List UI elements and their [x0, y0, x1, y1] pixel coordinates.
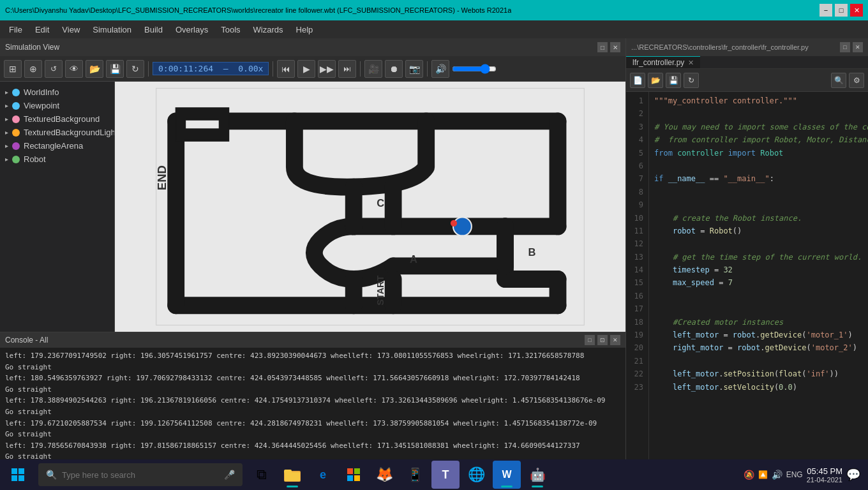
console-close-button[interactable]: ✕: [610, 335, 620, 345]
open-button[interactable]: 📂: [86, 60, 103, 78]
reload-button[interactable]: ↻: [684, 73, 699, 88]
code-line: [654, 355, 863, 368]
refresh-button[interactable]: ↻: [126, 60, 144, 78]
rewind-button[interactable]: ⏮: [277, 60, 295, 78]
menu-overlays[interactable]: Overlays: [169, 24, 214, 36]
tree-item-arena[interactable]: ▸ RectangleArena: [0, 139, 114, 152]
dot-arena: [12, 142, 20, 150]
code-content[interactable]: """my_controller controller.""" # You ma…: [649, 92, 868, 459]
search-bar[interactable]: 🔍 🎤: [38, 463, 243, 486]
tree-item-texturedbglight[interactable]: ▸ TexturedBackgroundLight: [0, 126, 114, 139]
find-button[interactable]: 🔍: [831, 73, 846, 88]
browser-button[interactable]: 🌐: [462, 461, 490, 489]
settings-button[interactable]: ⚙: [849, 73, 864, 88]
add-node-button[interactable]: ⊕: [24, 60, 42, 78]
editor-tab[interactable]: lfr_controller.py ✕: [626, 56, 700, 68]
code-line: #Created motor instances: [654, 316, 863, 329]
volume-button[interactable]: 🔊: [431, 60, 449, 78]
store-button[interactable]: [340, 461, 368, 489]
code-area: 1234567891011121314151617181920212223 ""…: [626, 92, 868, 459]
dot-texturedbg: [12, 115, 20, 123]
sim-restore-button[interactable]: □: [597, 42, 608, 52]
webots-button[interactable]: 🤖: [523, 461, 551, 489]
stop-record-button[interactable]: ⏺: [385, 60, 403, 78]
clock[interactable]: 05:45 PM 21-04-2021: [807, 466, 842, 484]
clock-time: 05:45 PM: [807, 466, 842, 476]
task-view-button[interactable]: ⧉: [248, 461, 276, 489]
console-line: left: 180.5496359763927 right: 197.70692…: [5, 373, 620, 384]
menu-view[interactable]: View: [56, 24, 86, 36]
screenshot-button[interactable]: 📷: [405, 60, 423, 78]
sim-close-button[interactable]: ✕: [610, 42, 620, 52]
play-button[interactable]: ▶: [297, 60, 315, 78]
line-number: 6: [631, 160, 643, 172]
separator-1: [148, 61, 149, 77]
new-world-button[interactable]: ⊞: [4, 60, 22, 78]
menu-file[interactable]: File: [3, 24, 29, 36]
show-button[interactable]: 👁: [65, 60, 83, 78]
code-line: [654, 198, 863, 211]
play-fast-button[interactable]: ▶▶: [318, 60, 336, 78]
tree-item-texturedbg[interactable]: ▸ TexturedBackground: [0, 112, 114, 126]
console-line: Go straight: [5, 429, 620, 440]
phone-button[interactable]: 📱: [401, 461, 429, 489]
robot-marker: [453, 218, 472, 236]
tab-close-icon[interactable]: ✕: [688, 59, 694, 67]
svg-rect-31: [285, 472, 300, 481]
new-file-button[interactable]: 📄: [630, 73, 645, 88]
separator-4: [427, 61, 428, 77]
forward-button[interactable]: ⏭: [338, 60, 356, 78]
editor-restore-button[interactable]: □: [840, 42, 850, 52]
editor-close-button[interactable]: ✕: [853, 42, 863, 52]
line-number: 5: [631, 147, 643, 160]
menu-tools[interactable]: Tools: [214, 24, 246, 36]
record-button[interactable]: 🎥: [364, 60, 382, 78]
console-popout-button[interactable]: ⊡: [597, 335, 608, 345]
console-restore-button[interactable]: □: [585, 335, 595, 345]
mic-icon[interactable]: 🎤: [224, 470, 235, 480]
console-line: left: 179.78565670843938 right: 197.8158…: [5, 440, 620, 452]
open-file-button[interactable]: 📂: [648, 73, 663, 88]
volume-slider[interactable]: [452, 64, 497, 74]
minimize-button[interactable]: −: [819, 4, 832, 17]
maximize-button[interactable]: □: [835, 4, 848, 17]
save-button[interactable]: 💾: [106, 60, 124, 78]
menu-simulation[interactable]: Simulation: [86, 24, 138, 36]
menu-help[interactable]: Help: [290, 24, 320, 36]
code-line: [654, 186, 863, 198]
notifications-button[interactable]: 💬: [846, 468, 860, 482]
line-number: 18: [631, 316, 643, 329]
tree-item-viewpoint[interactable]: ▸ Viewpoint: [0, 99, 114, 112]
tab-filename: lfr_controller.py: [632, 58, 684, 67]
menu-edit[interactable]: Edit: [29, 24, 56, 36]
console-panel: Console - All □ ⊡ ✕ left: 179.2367709174…: [0, 332, 625, 459]
code-line: """my_controller controller.""": [654, 94, 863, 107]
lang-indicator[interactable]: ENG: [786, 470, 803, 479]
edge-button[interactable]: e: [309, 461, 337, 489]
menu-build[interactable]: Build: [138, 24, 169, 36]
tree-item-worldinfo[interactable]: ▸ WorldInfo: [0, 85, 114, 99]
explorer-button[interactable]: [278, 461, 306, 489]
volume-icon[interactable]: 🔊: [772, 470, 782, 480]
start-button[interactable]: [0, 459, 36, 490]
firefox-button[interactable]: 🦊: [370, 461, 398, 489]
close-button[interactable]: ✕: [850, 4, 863, 17]
notification-icon[interactable]: 🔕: [744, 470, 754, 480]
line-number: 22: [631, 368, 643, 380]
word-button[interactable]: W: [493, 461, 521, 489]
menu-wizards[interactable]: Wizards: [247, 24, 290, 36]
taskbar: 🔍 🎤 ⧉ e 🦊 📱 T 🌐 W 🤖: [0, 459, 868, 490]
search-input[interactable]: [62, 470, 219, 480]
teams-button[interactable]: T: [431, 461, 460, 489]
undo-button[interactable]: ↺: [45, 60, 63, 78]
expand-tray-icon[interactable]: 🔼: [758, 470, 768, 479]
save-file-button[interactable]: 💾: [666, 73, 681, 88]
sim-body: ▸ WorldInfo ▸ Viewpoint ▸ TexturedBackgr…: [0, 82, 625, 332]
console-line: Go straight: [5, 362, 620, 373]
scene-tree: ▸ WorldInfo ▸ Viewpoint ▸ TexturedBackgr…: [0, 82, 115, 332]
line-number: 4: [631, 133, 643, 146]
tree-item-robot[interactable]: ▸ Robot: [0, 152, 114, 166]
line-number: 3: [631, 121, 643, 133]
svg-rect-34: [347, 475, 353, 481]
svg-rect-26: [19, 468, 24, 474]
